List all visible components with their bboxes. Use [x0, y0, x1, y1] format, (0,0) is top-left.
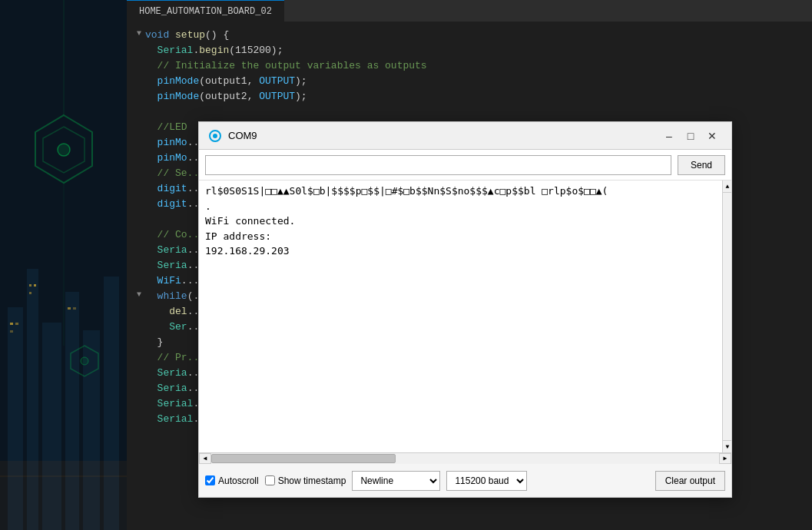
serial-monitor-title: COM9: [228, 130, 658, 141]
hscroll-thumb[interactable]: [211, 454, 396, 463]
code-line: [127, 104, 812, 120]
tab-bar: HOME_AUTOMATION_BOARD_02: [127, 0, 812, 22]
close-button[interactable]: ✕: [702, 126, 722, 146]
serial-bottombar: Autoscroll Show timestamp Newline No lin…: [199, 463, 731, 497]
scroll-right-arrow[interactable]: ▶: [719, 453, 731, 464]
svg-point-25: [213, 134, 217, 138]
tab-label: HOME_AUTOMATION_BOARD_02: [139, 6, 272, 17]
hexagon-decoration: [0, 0, 127, 530]
scroll-down-arrow[interactable]: ▼: [723, 440, 731, 452]
serial-input-field[interactable]: [205, 155, 671, 175]
clear-output-button[interactable]: Clear output: [655, 471, 725, 491]
svg-rect-14: [73, 307, 76, 310]
fold-indicator[interactable]: ▼: [133, 289, 145, 300]
svg-rect-10: [29, 284, 31, 287]
serial-output-content: rl$0S0S1S|□□▲▲S0l$□b|$$$$p□$$|□#$□b$$Nn$…: [205, 184, 710, 259]
code-line: // Initialize the output variables as ou…: [127, 58, 812, 74]
svg-rect-12: [29, 292, 31, 294]
svg-point-19: [81, 357, 88, 365]
code-line: Serial.begin(115200);: [127, 43, 812, 58]
scroll-left-arrow[interactable]: ◀: [199, 453, 211, 464]
serial-monitor-icon: [208, 129, 222, 143]
code-line: ▼ void setup() {: [127, 28, 812, 43]
code-line: pinMode(output1, OUTPUT);: [127, 74, 812, 89]
svg-rect-13: [68, 307, 71, 310]
serial-input-area: Send: [199, 150, 731, 181]
svg-rect-9: [10, 330, 13, 333]
send-button[interactable]: Send: [678, 155, 725, 175]
svg-rect-11: [34, 284, 36, 287]
minimize-button[interactable]: –: [659, 126, 679, 146]
svg-point-17: [58, 144, 70, 156]
horizontal-scrollbar[interactable]: ◀ ▶: [199, 452, 731, 463]
background-panel: [0, 0, 127, 530]
fold-indicator[interactable]: ▼: [133, 28, 145, 39]
autoscroll-checkbox[interactable]: [205, 475, 215, 485]
line-text: // Initialize the output variables as ou…: [145, 58, 806, 74]
autoscroll-checkbox-label[interactable]: Autoscroll: [205, 475, 259, 486]
serial-output: rl$0S0S1S|□□▲▲S0l$□b|$$$$p□$$|□#$□b$$Nn$…: [199, 181, 722, 452]
svg-rect-8: [15, 323, 18, 325]
show-timestamp-checkbox[interactable]: [265, 475, 275, 485]
output-container: rl$0S0S1S|□□▲▲S0l$□b|$$$$p□$$|□#$□b$$Nn$…: [199, 181, 731, 452]
svg-rect-22: [0, 461, 127, 530]
line-text: pinMode(output1, OUTPUT);: [145, 74, 806, 89]
line-text: void setup() {: [145, 28, 806, 43]
baud-rate-select[interactable]: 115200 baud 9600 baud 57600 baud 230400 …: [446, 471, 527, 491]
maximize-button[interactable]: □: [681, 126, 701, 146]
code-line: pinMode(output2, OUTPUT);: [127, 89, 812, 104]
scroll-up-arrow[interactable]: ▲: [723, 181, 731, 193]
line-text: pinMode(output2, OUTPUT);: [145, 89, 806, 104]
svg-rect-7: [10, 323, 13, 325]
show-timestamp-checkbox-label[interactable]: Show timestamp: [265, 475, 346, 486]
scroll-track[interactable]: [723, 193, 731, 440]
active-tab[interactable]: HOME_AUTOMATION_BOARD_02: [127, 0, 284, 22]
autoscroll-label: Autoscroll: [218, 475, 259, 486]
serial-monitor-titlebar: COM9 – □ ✕: [199, 122, 731, 150]
vertical-scrollbar[interactable]: ▲ ▼: [722, 181, 731, 452]
show-timestamp-label: Show timestamp: [278, 475, 346, 486]
newline-select[interactable]: Newline No line ending Carriage return B…: [352, 471, 440, 491]
serial-monitor: COM9 – □ ✕ Send rl$0S0S1S|□□▲▲S0l$□b|$$$…: [198, 121, 732, 498]
hscroll-track[interactable]: [211, 453, 719, 464]
line-text: Serial.begin(115200);: [145, 43, 806, 58]
